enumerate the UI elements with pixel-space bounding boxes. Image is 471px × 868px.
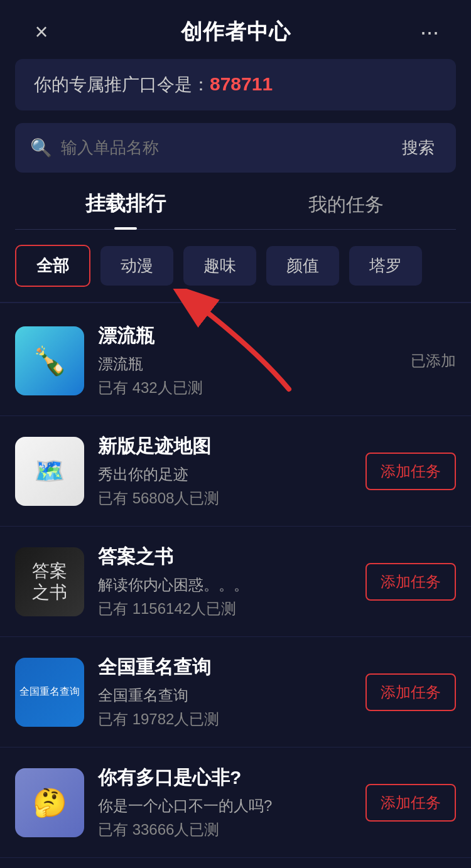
book-icon: 答案之书 xyxy=(32,560,67,603)
filter-appearance[interactable]: 颜值 xyxy=(266,246,339,286)
divider xyxy=(0,302,471,303)
tabs-row: 挂载排行 我的任务 xyxy=(15,190,456,230)
item-count: 已有 432人已测 xyxy=(98,378,401,398)
item-action: 已添加 xyxy=(411,351,456,371)
item-info: 漂流瓶 漂流瓶 已有 432人已测 xyxy=(98,323,401,398)
item-title: 漂流瓶 xyxy=(98,323,401,349)
filter-tarot[interactable]: 塔罗 xyxy=(349,246,422,286)
item-info: 你有多口是心非? 你是一个心口不一的人吗? 已有 33666人已测 xyxy=(98,765,355,840)
item-subtitle: 全国重名查询 xyxy=(98,685,355,705)
item-thumbnail: 🤔 xyxy=(15,768,84,837)
face-icon: 🤔 xyxy=(33,786,67,819)
item-action[interactable]: 添加任务 xyxy=(365,563,456,601)
add-task-button[interactable]: 添加任务 xyxy=(365,784,456,822)
item-count: 已有 1156142人已测 xyxy=(98,599,355,619)
app-header: × 创作者中心 ··· xyxy=(0,0,471,59)
bottle-icon: 🍾 xyxy=(33,345,67,377)
promo-label: 你的专属推广口令是： xyxy=(34,75,210,94)
list-item: 答案之书 答案之书 解读你内心困惑。。。 已有 1156142人已测 添加任务 xyxy=(0,527,471,637)
promo-bar: 你的专属推广口令是：878711 xyxy=(15,59,456,110)
more-button[interactable]: ··· xyxy=(411,19,448,45)
filter-row: 全部 动漫 趣味 颜值 塔罗 xyxy=(0,245,471,302)
item-info: 答案之书 解读你内心困惑。。。 已有 1156142人已测 xyxy=(98,544,355,619)
item-thumbnail: 🍾 xyxy=(15,326,84,395)
item-title: 答案之书 xyxy=(98,544,355,570)
page-title: 创作者中心 xyxy=(181,18,291,46)
item-info: 全国重名查询 全国重名查询 已有 19782人已测 xyxy=(98,655,355,729)
add-task-button[interactable]: 添加任务 xyxy=(365,673,456,711)
promo-code: 878711 xyxy=(210,73,273,94)
list-item: 全国重名查询 全国重名查询 全国重名查询 已有 19782人已测 添加任务 xyxy=(0,637,471,747)
item-thumbnail: 🗺️ xyxy=(15,437,84,506)
item-title: 新版足迹地图 xyxy=(98,434,355,459)
item-count: 已有 33666人已测 xyxy=(98,820,355,840)
item-action[interactable]: 添加任务 xyxy=(365,784,456,822)
map-icon: 🗺️ xyxy=(34,456,65,486)
search-input[interactable] xyxy=(61,138,387,158)
item-info: 新版足迹地图 秀出你的足迹 已有 56808人已测 xyxy=(98,434,355,508)
search-icon: 🔍 xyxy=(30,137,52,158)
item-subtitle: 秀出你的足迹 xyxy=(98,464,355,485)
filter-anime[interactable]: 动漫 xyxy=(100,246,173,286)
filter-all[interactable]: 全部 xyxy=(15,245,90,287)
filter-fun[interactable]: 趣味 xyxy=(183,246,256,286)
item-action[interactable]: 添加任务 xyxy=(365,453,456,490)
tab-tasks[interactable]: 我的任务 xyxy=(236,192,456,229)
national-icon: 全国重名查询 xyxy=(17,683,82,701)
tab-ranking[interactable]: 挂载排行 xyxy=(15,190,236,229)
add-task-button[interactable]: 添加任务 xyxy=(365,563,456,601)
search-button[interactable]: 搜索 xyxy=(396,134,441,161)
item-action[interactable]: 添加任务 xyxy=(365,673,456,711)
list-item: 🍾 漂流瓶 漂流瓶 已有 432人已测 已添加 xyxy=(0,306,471,416)
item-thumbnail: 答案之书 xyxy=(15,547,84,616)
list-item: 🤔 你有多口是心非? 你是一个心口不一的人吗? 已有 33666人已测 添加任务 xyxy=(0,747,471,858)
add-task-button[interactable]: 添加任务 xyxy=(365,453,456,490)
item-title: 你有多口是心非? xyxy=(98,765,355,791)
item-subtitle: 解读你内心困惑。。。 xyxy=(98,575,355,595)
close-button[interactable]: × xyxy=(23,19,60,45)
item-title: 全国重名查询 xyxy=(98,655,355,680)
item-count: 已有 56808人已测 xyxy=(98,488,355,508)
item-subtitle: 你是一个心口不一的人吗? xyxy=(98,796,355,816)
item-count: 已有 19782人已测 xyxy=(98,709,355,729)
added-label: 已添加 xyxy=(411,352,456,369)
search-bar: 🔍 搜索 xyxy=(15,123,456,173)
list-item: 🗺️ 新版足迹地图 秀出你的足迹 已有 56808人已测 添加任务 xyxy=(0,416,471,527)
item-subtitle: 漂流瓶 xyxy=(98,354,401,374)
item-thumbnail: 全国重名查询 xyxy=(15,658,84,727)
